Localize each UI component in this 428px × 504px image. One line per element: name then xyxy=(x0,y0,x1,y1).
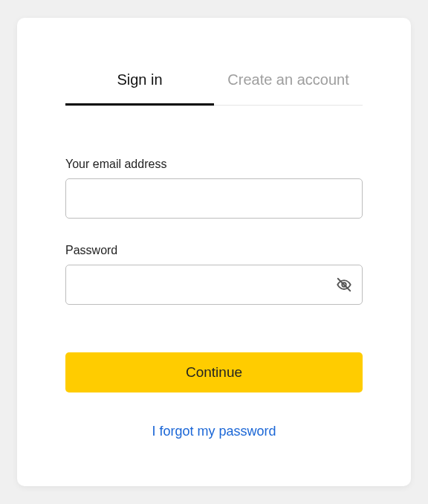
password-label: Password xyxy=(65,244,363,257)
password-field-group: Password xyxy=(65,244,363,305)
email-field-group: Your email address xyxy=(65,158,363,219)
auth-card: Sign in Create an account Your email add… xyxy=(17,18,411,486)
eye-off-icon[interactable] xyxy=(336,277,352,293)
email-label: Your email address xyxy=(65,158,363,171)
tab-create-account[interactable]: Create an account xyxy=(214,71,363,105)
email-input[interactable] xyxy=(65,178,363,219)
forgot-password-link[interactable]: I forgot my password xyxy=(65,424,363,439)
tab-sign-in[interactable]: Sign in xyxy=(65,71,214,105)
auth-tabs: Sign in Create an account xyxy=(65,71,363,106)
password-input[interactable] xyxy=(65,265,363,305)
continue-button[interactable]: Continue xyxy=(65,352,363,392)
